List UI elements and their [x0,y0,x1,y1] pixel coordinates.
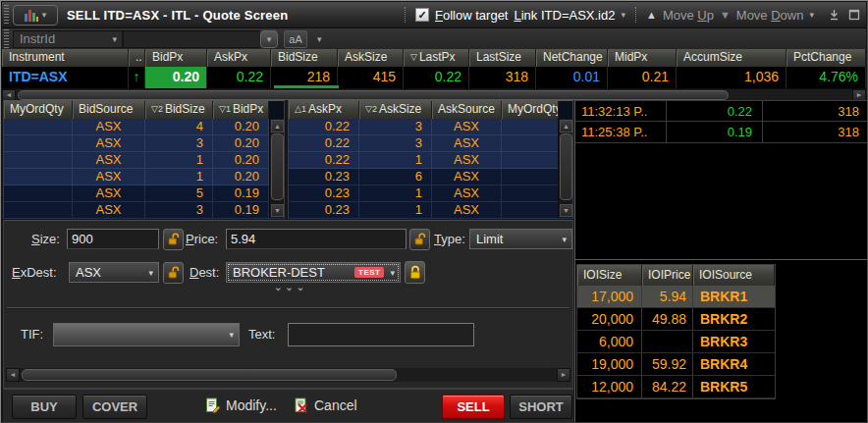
vscroll-thumb[interactable] [271,133,284,200]
bid-row[interactable]: ASX10.20 [4,169,284,185]
ask-row[interactable]: 0.231ASX [289,202,572,219]
scroll-left-button[interactable]: ◄ [6,368,20,382]
ask-row[interactable]: 0.223ASX [289,119,572,135]
bid-row[interactable]: ASX30.20 [4,135,284,152]
exdest-dropdown-value: ASX [76,265,101,280]
toolbar-grip[interactable] [4,29,9,49]
col-header-askpx[interactable]: △1AskPx [289,101,359,119]
col-header-ioisource[interactable]: IOISource [693,265,775,286]
col-header-asksource[interactable]: AskSource [432,101,502,119]
ioi-row[interactable]: 20,00049.88BRKR2 [577,308,775,331]
instrument-entry-dropdown-button[interactable]: ▾ [260,30,278,48]
col-header-asksize[interactable]: ▽2AskSize [359,101,432,119]
follow-target-checkbox[interactable]: ✓ [415,8,429,22]
modify-button[interactable]: Modify... [205,397,277,413]
move-down-button[interactable]: Move Down [736,8,804,23]
buy-button[interactable]: BUY [12,395,77,419]
col-header-askpx[interactable]: AskPx [207,49,271,67]
move-up-button[interactable]: Move Up [663,8,714,23]
trade-price: 0.22 [667,101,763,121]
dest-dropdown[interactable]: BROKER-DEST TEST ▾ [226,262,401,283]
bidpx-cell: 0.20 [145,67,207,88]
maximize-icon[interactable] [848,9,860,21]
instrument-entry-field[interactable] [123,30,260,48]
cancel-button[interactable]: Cancel [294,397,357,413]
sort-desc-icon: ▽2 [151,104,163,114]
col-header-instrument[interactable]: Instrument [2,49,129,67]
scroll-right-button[interactable]: ► [557,368,570,382]
scroll-down-button[interactable]: ▼ [271,204,284,217]
move-overflow-icon[interactable]: ▾ [809,10,814,20]
trade-history-panel: 11:32:13 P.. 0.22 318 11:25:38 P.. 0.19 … [574,100,868,259]
bid-row[interactable]: ASX50.19 [4,185,284,202]
bid-row[interactable]: ASX10.20 [4,152,284,169]
ask-depth-vscrollbar[interactable]: ▲ ▼ [558,119,572,218]
col-header-myordqty[interactable]: MyOrdQty [502,101,559,119]
type-dropdown[interactable]: Limit ▾ [469,229,572,249]
drag-grip[interactable] [4,5,9,25]
col-header-myordqty[interactable]: MyOrdQty [4,101,73,119]
instrid-dropdown[interactable]: InstrId ▾ [13,30,123,48]
hscroll-thumb[interactable] [22,369,397,381]
quote-row[interactable]: ITD=ASX ↑ 0.20 0.22 218 415 0.22 318 0.0… [2,67,866,88]
cover-button[interactable]: COVER [82,395,147,419]
font-size-toggle-button[interactable]: aA [284,30,307,48]
text-input[interactable] [288,323,474,346]
price-lock-button[interactable] [409,229,430,250]
exdest-lock-button[interactable] [163,262,184,284]
col-header-asksize[interactable]: AskSize [338,49,404,67]
col-header-ioiprice[interactable]: IOIPrice [642,265,693,286]
bid-row[interactable]: ASX40.20 [4,119,284,135]
tif-dropdown[interactable]: ▾ [53,323,240,346]
col-header-ioisize[interactable]: IOISize [577,265,642,286]
col-header-netchange[interactable]: NetChange [536,49,608,67]
col-header-bidpx[interactable]: BidPx [145,49,207,67]
link-dropdown-icon[interactable]: ▾ [621,10,625,20]
sell-button[interactable]: SELL [442,395,505,419]
col-header-lastpx[interactable]: ▽LastPx [404,49,469,67]
col-header-bidpx[interactable]: ▽1BidPx [213,101,269,119]
link-target-button[interactable]: Link ITD=ASX.id2 [514,8,615,23]
vscroll-thumb[interactable] [560,133,572,200]
col-header-bidsize[interactable]: BidSize [271,49,338,67]
chevron-down-icon: ▾ [42,10,47,20]
ask-row[interactable]: 0.236ASX [289,169,572,185]
toolbar-overflow-icon[interactable]: ▾ [317,34,322,44]
ask-row[interactable]: 0.231ASX [289,185,572,202]
col-header-midpx[interactable]: MidPx [608,49,677,67]
expand-panel-button[interactable]: ⌄⌄⌄ [251,282,330,292]
form-hscrollbar[interactable]: ◄ ► [6,368,570,382]
size-input[interactable] [67,229,159,249]
col-header-accumsize[interactable]: AccumSize [677,49,787,67]
bid-row[interactable]: ASX30.19 [4,202,284,219]
dest-lock-button[interactable] [405,261,425,284]
exdest-dropdown[interactable]: ASX ▾ [69,262,159,283]
dock-window-icon[interactable] [828,9,841,22]
title-bar[interactable]: ▾ SELL ITD=ASX - ITL - Quote Screen ✓ Fo… [2,2,866,28]
quote-table-hscrollbar[interactable]: ◄ ► [2,88,866,100]
follow-target-label[interactable]: Follow target [435,8,508,23]
form-separator [7,307,570,309]
trade-row[interactable]: 11:25:38 P.. 0.19 318 [575,122,868,143]
scroll-down-button[interactable]: ▼ [560,204,572,217]
ioi-row[interactable]: 6,000BRKR3 [577,331,775,353]
bid-depth-vscrollbar[interactable]: ▲ ▼ [269,119,284,218]
size-lock-button[interactable] [163,229,184,250]
col-header-bidsource[interactable]: BidSource [73,101,145,119]
ioi-row[interactable]: 12,00084.22BRKR5 [577,376,775,398]
scroll-up-button[interactable]: ▲ [271,120,284,132]
col-header-direction[interactable]: .. [129,49,145,67]
price-input[interactable] [226,229,407,249]
trade-row[interactable]: 11:32:13 P.. 0.22 318 [575,100,868,122]
ioi-row[interactable]: 19,00059.92BRKR4 [577,353,775,376]
ask-row[interactable]: 0.223ASX [289,135,572,152]
ioi-row[interactable]: 17,0005.94BRKR1 [577,286,775,308]
scroll-up-button[interactable]: ▲ [560,120,572,132]
short-button[interactable]: SHORT [510,395,572,419]
app-menu-button[interactable]: ▾ [13,5,58,26]
col-header-lastsize[interactable]: LastSize [469,49,536,67]
ask-row[interactable]: 0.221ASX [289,152,572,169]
col-header-bidsize[interactable]: ▽2BidSize [145,101,213,119]
col-header-pctchange[interactable]: PctChange [787,49,866,67]
hscroll-thumb[interactable] [18,90,729,100]
